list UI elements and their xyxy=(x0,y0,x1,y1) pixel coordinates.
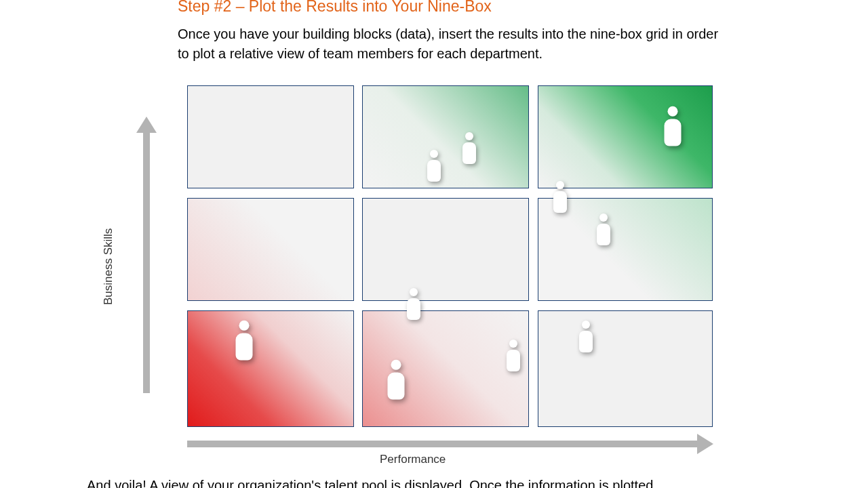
cell-mid-left xyxy=(187,198,354,301)
nine-box-grid xyxy=(187,85,713,428)
cell-mid-right xyxy=(538,198,713,301)
cell-bot-right xyxy=(538,310,713,427)
x-axis-shaft xyxy=(187,441,697,447)
y-axis-shaft xyxy=(143,131,150,393)
y-axis-label: Business Skills xyxy=(102,228,115,305)
cell-top-left xyxy=(187,85,354,188)
cell-bot-left xyxy=(187,310,354,427)
intro-paragraph: Once you have your building blocks (data… xyxy=(178,24,720,64)
step-title: Step #2 – Plot the Results into Your Nin… xyxy=(178,0,492,16)
cell-bot-mid xyxy=(362,310,529,427)
outro-paragraph: And voila! A view of your organization's… xyxy=(87,476,684,488)
y-axis-arrow xyxy=(140,117,153,393)
cell-top-right xyxy=(538,85,713,188)
x-axis-arrow xyxy=(187,438,713,450)
cell-mid-mid xyxy=(362,198,529,301)
arrow-up-icon xyxy=(136,117,157,133)
cell-top-mid xyxy=(362,85,529,188)
x-axis-label: Performance xyxy=(380,453,446,466)
arrow-right-icon xyxy=(697,434,713,454)
